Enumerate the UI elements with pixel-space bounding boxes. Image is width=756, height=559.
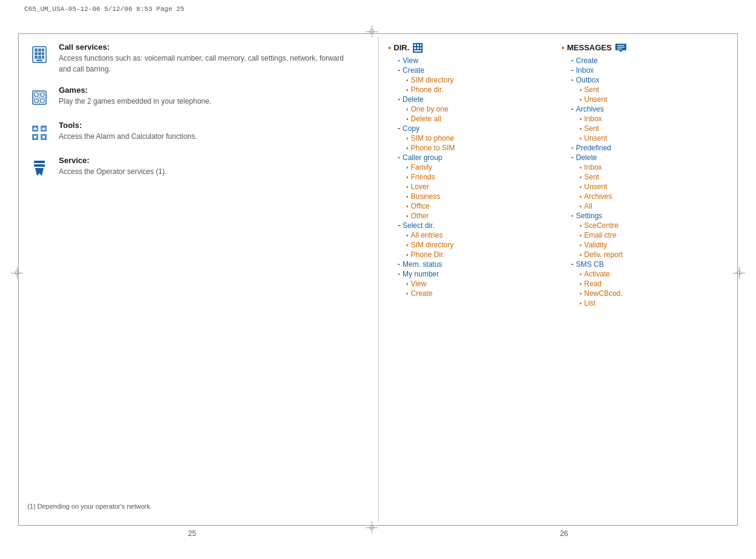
sub-item: • Phone Dir. (388, 250, 555, 259)
dash-label: Select dir. (403, 221, 435, 230)
crosshair-bottom-center (366, 521, 378, 534)
svg-rect-1 (35, 49, 38, 52)
svg-rect-12 (35, 93, 38, 96)
sub-item: • Deliv. report (561, 250, 729, 259)
sub-label: Unsent (584, 182, 607, 191)
dir-menu-column: • DIR. - View - Create • SIM di (388, 42, 555, 517)
svg-rect-6 (42, 52, 44, 55)
svg-rect-9 (42, 56, 44, 59)
sub-item: • Create (388, 289, 555, 298)
dash-item: - Mem. status (388, 260, 555, 269)
sub-item: • Lover (388, 182, 555, 191)
sub-label: View (411, 280, 427, 288)
dash-label: My number (403, 270, 439, 278)
dash-label: Settings (576, 212, 602, 220)
svg-rect-14 (35, 99, 38, 102)
sub-label: Lover (411, 182, 429, 191)
call-services-title: Call services: (59, 42, 349, 52)
svg-rect-33 (420, 44, 421, 46)
dash-item: - Create (388, 66, 555, 75)
sub-label: Validity (584, 241, 607, 249)
sub-label: SIM directory (411, 241, 454, 249)
sub-item: • Friends (388, 173, 555, 181)
sub-item: • Business (388, 192, 555, 201)
sub-label: Archives (584, 192, 612, 201)
sub-label: Deliv. report (584, 250, 623, 259)
games-section: Games: Play the 2 games embedded in your… (27, 85, 349, 110)
svg-rect-2 (38, 49, 41, 52)
dir-title-row: • DIR. (388, 42, 555, 53)
sub-label: Delete all (411, 115, 441, 123)
sub-label: Inbox (584, 163, 602, 172)
sub-label: Family (411, 163, 432, 172)
dir-menu-items: - View - Create • SIM directory • Phone … (388, 56, 555, 298)
sub-label: Email ctre (584, 231, 617, 239)
dash-label: Caller group (403, 153, 442, 162)
page-border-bottom (18, 525, 738, 526)
sub-label: Phone Dir. (411, 250, 445, 259)
svg-rect-10 (36, 59, 42, 61)
sub-item: • Sent (561, 85, 729, 94)
svg-rect-8 (38, 56, 41, 59)
crosshair-top-center (366, 25, 378, 38)
sub-item: • Activate (561, 270, 729, 278)
sub-label: Sent (584, 85, 600, 94)
sub-item: • Sent (561, 173, 729, 181)
sub-item: • One by one (388, 105, 555, 113)
sub-item: • Archives (561, 192, 729, 201)
sub-item: • Phone dir. (388, 85, 555, 94)
dash-item: - Delete (388, 95, 555, 104)
svg-rect-27 (42, 136, 45, 138)
service-text: Service: Access the Operator services (1… (59, 156, 349, 177)
sub-item: • Inbox (561, 115, 729, 123)
dash-item: - Select dir. (388, 221, 555, 230)
sub-label: One by one (411, 105, 449, 113)
games-icon (27, 85, 52, 110)
dash-label: Predefined (576, 144, 611, 152)
svg-rect-31 (414, 44, 416, 46)
sub-label: Sent (584, 124, 600, 133)
sub-label: Other (411, 212, 429, 220)
svg-rect-26 (34, 136, 36, 138)
service-icon (27, 156, 52, 180)
messages-title-row: • MESSAGES (561, 42, 729, 53)
sub-item: • Unsent (561, 134, 729, 142)
svg-rect-34 (414, 47, 416, 49)
sub-label: All entries (411, 231, 443, 239)
dash-item: - Archives (561, 105, 729, 113)
dash-label: Create (576, 56, 598, 65)
sub-item: • SIM directory (388, 241, 555, 249)
sub-label: Phone to SIM (411, 144, 455, 152)
sub-item: • All entries (388, 231, 555, 239)
sub-label: Read (584, 280, 602, 288)
sub-item: • Inbox (561, 163, 729, 172)
header-bar: C65_UM_USA-05-12-06 5/12/06 8:53 Page 25 (0, 0, 756, 18)
call-services-text: Call services: Access functions such as:… (59, 42, 349, 75)
sub-item: • Office (388, 202, 555, 210)
dash-label: SMS CB (576, 260, 604, 269)
sub-item: • Read (561, 280, 729, 288)
tools-grid-icon (30, 124, 49, 142)
sub-item: • Validity (561, 241, 729, 249)
dash-item: - Outbox (561, 76, 729, 84)
dash-item: - Caller group (388, 153, 555, 162)
call-services-icon (27, 42, 52, 67)
sub-item: • SceCentre (561, 221, 729, 230)
sub-item: • Phone to SIM (388, 144, 555, 152)
dash-label: Create (403, 66, 424, 75)
dir-title: DIR. (393, 43, 409, 52)
sub-item: • NewCBcod. (561, 289, 729, 298)
sub-label: Business (411, 192, 441, 201)
sub-item: • All (561, 202, 729, 210)
tools-text: Tools: Access the Alarm and Calculator f… (59, 121, 349, 142)
sub-item: • List (561, 299, 729, 307)
games-title: Games: (59, 85, 349, 95)
sub-label: Phone dir. (411, 85, 444, 94)
messages-bullet: • (561, 42, 564, 53)
dash-item: - Copy (388, 124, 555, 133)
svg-rect-28 (34, 161, 45, 163)
svg-rect-23 (33, 129, 37, 130)
right-page: • DIR. - View - Create • SIM di (388, 42, 729, 517)
sub-item: • View (388, 280, 555, 288)
dash-label: Archives (576, 105, 604, 113)
